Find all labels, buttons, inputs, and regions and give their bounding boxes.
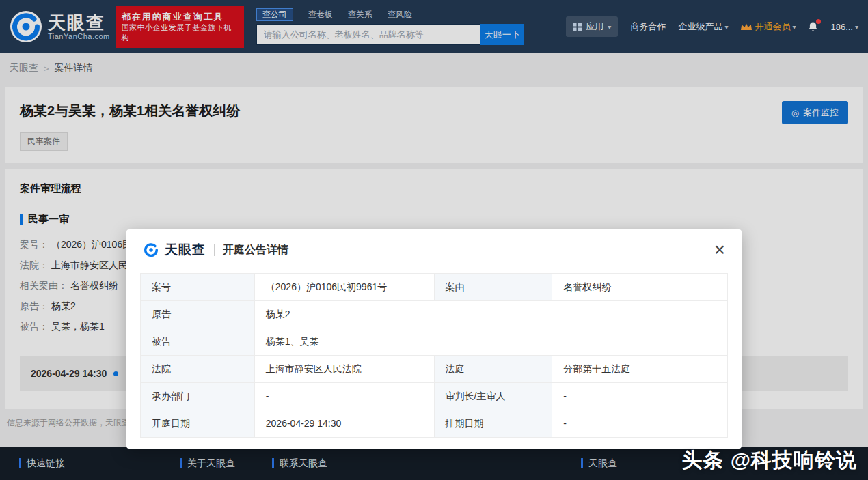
modal-title-divider <box>214 244 215 256</box>
cell-value-court: 上海市静安区人民法院 <box>254 356 434 383</box>
table-row: 法院 上海市静安区人民法院 法庭 分部第十五法庭 <box>141 356 728 383</box>
watermark-text: 头条 @科技响铃说 <box>681 447 857 475</box>
cell-value-schedule-date: - <box>552 410 728 438</box>
cell-label-department: 承办部门 <box>141 383 255 410</box>
table-row: 案号 （2026）沪0106民初9961号 案由 名誉权纠纷 <box>141 274 728 301</box>
cell-value-courtroom: 分部第十五法庭 <box>552 356 728 383</box>
cell-label-case-number: 案号 <box>141 274 255 301</box>
modal-header: 天眼查 开庭公告详情 × <box>126 229 742 268</box>
table-row: 被告 杨某1、吴某 <box>141 328 728 356</box>
cell-value-plaintiff: 杨某2 <box>254 301 727 328</box>
cell-label-schedule-date: 排期日期 <box>434 410 552 438</box>
table-row: 原告 杨某2 <box>141 301 728 328</box>
cell-label-cause: 案由 <box>434 274 552 301</box>
cell-label-courtroom: 法庭 <box>434 356 552 383</box>
hearing-detail-table: 案号 （2026）沪0106民初9961号 案由 名誉权纠纷 原告 杨某2 被告… <box>140 273 728 438</box>
cell-value-department: - <box>254 383 434 410</box>
hearing-detail-modal: 天眼查 开庭公告详情 × 案号 （2026）沪0106民初9961号 案由 名誉… <box>126 229 742 449</box>
cell-value-cause: 名誉权纠纷 <box>552 274 728 301</box>
cell-label-hearing-date: 开庭日期 <box>141 410 255 438</box>
cell-value-judge: - <box>552 383 728 410</box>
cell-value-defendant: 杨某1、吴某 <box>254 328 727 356</box>
cell-label-defendant: 被告 <box>141 328 255 356</box>
modal-brand: 天眼查 <box>165 241 206 259</box>
table-row: 承办部门 - 审判长/主审人 - <box>141 383 728 410</box>
modal-title: 开庭公告详情 <box>223 243 288 257</box>
cell-label-court: 法院 <box>141 356 255 383</box>
cell-label-judge: 审判长/主审人 <box>434 383 552 410</box>
cell-value-case-number: （2026）沪0106民初9961号 <box>254 274 434 301</box>
cell-label-plaintiff: 原告 <box>141 301 255 328</box>
modal-logo-icon <box>143 242 159 258</box>
modal-close-icon[interactable]: × <box>711 243 728 257</box>
cell-value-hearing-date: 2026-04-29 14:30 <box>254 410 434 438</box>
table-row: 开庭日期 2026-04-29 14:30 排期日期 - <box>141 410 728 438</box>
